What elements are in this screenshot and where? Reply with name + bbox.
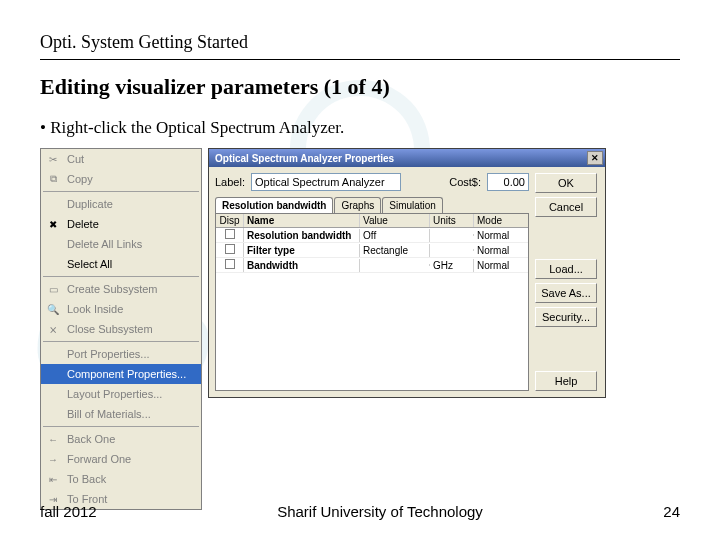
tab-bar: Resolution bandwidthGraphsSimulation [215,197,529,213]
menu-separator [43,341,199,342]
menu-label: Select All [67,258,112,270]
menu-item-delete-all-links: Delete All Links [41,234,201,254]
page-heading: Editing visualizer parameters (1 of 4) [40,74,680,100]
doc-title: Opti. System Getting Started [40,32,680,53]
menu-icon [45,366,61,382]
cost-input[interactable] [487,173,529,191]
label-field-label: Label: [215,176,245,188]
menu-icon [45,236,61,252]
cell-units [430,249,474,251]
cell-mode: Normal [474,229,522,242]
cell-value[interactable]: Rectangle [360,244,430,257]
menu-label: To Back [67,473,106,485]
cost-label: Cost$: [449,176,481,188]
checkbox-icon[interactable] [225,229,235,239]
menu-item-to-back: ⇤To Back [41,469,201,489]
menu-label: Port Properties... [67,348,150,360]
dialog-title: Optical Spectrum Analyzer Properties [215,153,394,164]
close-icon[interactable]: ✕ [587,151,603,165]
menu-label: Back One [67,433,115,445]
parameter-grid[interactable]: Disp Name Value Units Mode Resolution ba… [215,213,529,391]
table-row[interactable]: Resolution bandwidthOffNormal [216,228,528,243]
cancel-button[interactable]: Cancel [535,197,597,217]
menu-icon: ⨯ [45,321,61,337]
cell-value[interactable]: Off [360,229,430,242]
col-disp: Disp [216,214,244,227]
menu-item-copy: ⧉Copy [41,169,201,189]
cell-units [430,234,474,236]
cell-name: Resolution bandwidth [244,229,360,242]
menu-separator [43,426,199,427]
footer-left: fall 2012 [40,503,97,520]
menu-icon [45,256,61,272]
tab-simulation[interactable]: Simulation [382,197,443,213]
menu-icon: → [45,451,61,467]
menu-separator [43,276,199,277]
label-input[interactable] [251,173,401,191]
menu-icon [45,346,61,362]
cell-mode: Normal [474,259,522,272]
menu-separator [43,191,199,192]
cell-value[interactable] [360,264,430,266]
menu-label: Layout Properties... [67,388,162,400]
footer-right: 24 [663,503,680,520]
menu-item-port-properties: Port Properties... [41,344,201,364]
menu-item-delete[interactable]: ✖Delete [41,214,201,234]
col-mode: Mode [474,214,522,227]
menu-item-layout-properties: Layout Properties... [41,384,201,404]
context-menu: ✂Cut⧉CopyDuplicate✖DeleteDelete All Link… [40,148,202,510]
menu-item-forward-one: →Forward One [41,449,201,469]
menu-label: Duplicate [67,198,113,210]
col-units: Units [430,214,474,227]
menu-label: Create Subsystem [67,283,157,295]
menu-icon [45,406,61,422]
menu-item-select-all[interactable]: Select All [41,254,201,274]
ok-button[interactable]: OK [535,173,597,193]
properties-dialog: Optical Spectrum Analyzer Properties ✕ L… [208,148,606,398]
menu-item-duplicate: Duplicate [41,194,201,214]
help-button[interactable]: Help [535,371,597,391]
divider [40,59,680,60]
cell-name: Bandwidth [244,259,360,272]
menu-item-bill-of-materials: Bill of Materials... [41,404,201,424]
menu-label: Close Subsystem [67,323,153,335]
menu-icon: ✂ [45,151,61,167]
tab-resolution-bandwidth[interactable]: Resolution bandwidth [215,197,333,213]
checkbox-icon[interactable] [225,244,235,254]
menu-icon: ⇤ [45,471,61,487]
dialog-titlebar[interactable]: Optical Spectrum Analyzer Properties ✕ [209,149,605,167]
table-row[interactable]: Filter typeRectangleNormal [216,243,528,258]
security-button[interactable]: Security... [535,307,597,327]
menu-item-close-subsystem: ⨯Close Subsystem [41,319,201,339]
menu-icon [45,196,61,212]
slide-footer: fall 2012 Sharif University of Technolog… [40,503,680,520]
save-as-button[interactable]: Save As... [535,283,597,303]
grid-header: Disp Name Value Units Mode [216,214,528,228]
footer-center: Sharif University of Technology [277,503,483,520]
col-name: Name [244,214,360,227]
menu-item-component-properties[interactable]: Component Properties... [41,364,201,384]
menu-icon: ⧉ [45,171,61,187]
menu-item-look-inside: 🔍Look Inside [41,299,201,319]
menu-icon: 🔍 [45,301,61,317]
col-value: Value [360,214,430,227]
instruction-bullet: Right-click the Optical Spectrum Analyze… [40,118,680,138]
menu-label: Look Inside [67,303,123,315]
menu-label: Delete All Links [67,238,142,250]
menu-label: Forward One [67,453,131,465]
menu-label: Copy [67,173,93,185]
menu-icon: ▭ [45,281,61,297]
menu-icon: ✖ [45,216,61,232]
tab-graphs[interactable]: Graphs [334,197,381,213]
load-button[interactable]: Load... [535,259,597,279]
menu-icon [45,386,61,402]
checkbox-icon[interactable] [225,259,235,269]
menu-icon: ← [45,431,61,447]
menu-label: Delete [67,218,99,230]
table-row[interactable]: BandwidthGHzNormal [216,258,528,273]
menu-item-create-subsystem: ▭Create Subsystem [41,279,201,299]
cell-units: GHz [430,259,474,272]
menu-item-cut: ✂Cut [41,149,201,169]
cell-name: Filter type [244,244,360,257]
menu-label: Component Properties... [67,368,186,380]
